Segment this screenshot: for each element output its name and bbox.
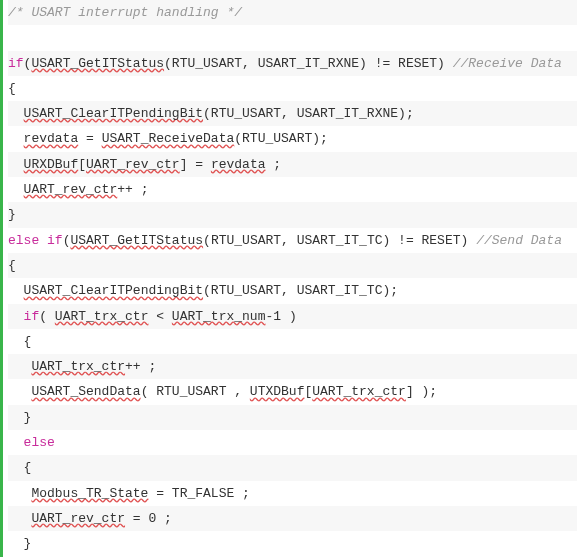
code-token: USART_GetITStatus — [31, 56, 164, 71]
code-line: USART_ClearITPendingBit(RTU_USART, USART… — [8, 101, 577, 126]
code-token: Modbus_TR_State — [31, 486, 148, 501]
code-token — [8, 157, 24, 172]
code-line: if( UART_trx_ctr < UART_trx_num-1 ) — [8, 304, 577, 329]
code-token: } — [8, 410, 31, 425]
code-block: /* USART interrupt handling */ if(USART_… — [0, 0, 577, 557]
code-token: } — [8, 536, 31, 551]
code-token: < — [148, 309, 171, 324]
code-token — [39, 233, 47, 248]
code-token: ( RTU_USART , — [141, 384, 250, 399]
code-token: revdata — [211, 157, 266, 172]
code-token: = 0 ; — [125, 511, 172, 526]
code-token: -1 ) — [265, 309, 296, 324]
code-token: revdata — [24, 131, 79, 146]
code-token: else — [8, 233, 39, 248]
code-token: ++ ; — [117, 182, 148, 197]
code-token — [8, 359, 31, 374]
code-token: if — [8, 56, 24, 71]
code-token: = — [78, 131, 101, 146]
code-line: { — [8, 253, 577, 278]
code-line: /* USART interrupt handling */ — [8, 0, 577, 25]
code-token: UART_trx_ctr — [312, 384, 406, 399]
code-token: UART_rev_ctr — [31, 511, 125, 526]
code-token: { — [8, 334, 31, 349]
code-token: ; — [265, 157, 281, 172]
code-line: Modbus_TR_State = TR_FALSE ; — [8, 481, 577, 506]
code-token: ] ); — [406, 384, 437, 399]
code-line: revdata = USART_ReceiveData(RTU_USART); — [8, 126, 577, 151]
code-token: { — [8, 460, 31, 475]
code-token — [8, 435, 24, 450]
code-token: /* USART interrupt handling */ — [8, 5, 242, 20]
code-token: USART_ReceiveData — [102, 131, 235, 146]
code-line: UART_rev_ctr++ ; — [8, 177, 577, 202]
code-token — [8, 106, 24, 121]
code-token: UART_trx_ctr — [55, 309, 149, 324]
code-token — [8, 131, 24, 146]
code-line: if(USART_GetITStatus(RTU_USART, USART_IT… — [8, 51, 577, 76]
code-token — [8, 384, 31, 399]
code-line: { — [8, 329, 577, 354]
code-token: (RTU_USART, USART_IT_TC); — [203, 283, 398, 298]
code-token: } — [8, 207, 16, 222]
code-line — [8, 25, 577, 50]
code-token: if — [24, 309, 40, 324]
code-token — [8, 309, 24, 324]
code-line: { — [8, 76, 577, 101]
code-line: else if(USART_GetITStatus(RTU_USART, USA… — [8, 228, 577, 253]
code-token: { — [8, 81, 16, 96]
code-token — [8, 486, 31, 501]
code-token: (RTU_USART); — [234, 131, 328, 146]
code-token: else — [24, 435, 55, 450]
code-token: ( — [39, 309, 55, 324]
code-token: ] = — [180, 157, 211, 172]
code-token: UTXDBuf — [250, 384, 305, 399]
code-line: } — [8, 531, 577, 556]
code-token: USART_SendData — [31, 384, 140, 399]
code-token: URXDBuf — [24, 157, 79, 172]
code-token: UART_trx_ctr — [31, 359, 125, 374]
code-token: //Send Data — [476, 233, 562, 248]
code-token: UART_rev_ctr — [24, 182, 118, 197]
code-line: } — [8, 405, 577, 430]
code-line: else — [8, 430, 577, 455]
code-token: if — [47, 233, 63, 248]
code-token: //Receive Data — [453, 56, 562, 71]
code-token — [8, 182, 24, 197]
code-token: USART_ClearITPendingBit — [24, 283, 203, 298]
code-line: UART_trx_ctr++ ; — [8, 354, 577, 379]
code-line: URXDBuf[UART_rev_ctr] = revdata ; — [8, 152, 577, 177]
code-token: ++ ; — [125, 359, 156, 374]
code-token: (RTU_USART, USART_IT_TC) != RESET) — [203, 233, 476, 248]
code-token — [8, 283, 24, 298]
code-token: USART_ClearITPendingBit — [24, 106, 203, 121]
code-line: USART_ClearITPendingBit(RTU_USART, USART… — [8, 278, 577, 303]
code-line: UART_rev_ctr = 0 ; — [8, 506, 577, 531]
code-token: (RTU_USART, USART_IT_RXNE); — [203, 106, 414, 121]
code-token: (RTU_USART, USART_IT_RXNE) != RESET) — [164, 56, 453, 71]
code-token: { — [8, 258, 16, 273]
code-token — [8, 511, 31, 526]
code-line: } — [8, 202, 577, 227]
code-token: UART_trx_num — [172, 309, 266, 324]
code-token: [ — [78, 157, 86, 172]
code-token: = TR_FALSE ; — [148, 486, 249, 501]
code-line: { — [8, 455, 577, 480]
code-line: USART_SendData( RTU_USART , UTXDBuf[UART… — [8, 379, 577, 404]
code-token: UART_rev_ctr — [86, 157, 180, 172]
code-token: USART_GetITStatus — [70, 233, 203, 248]
